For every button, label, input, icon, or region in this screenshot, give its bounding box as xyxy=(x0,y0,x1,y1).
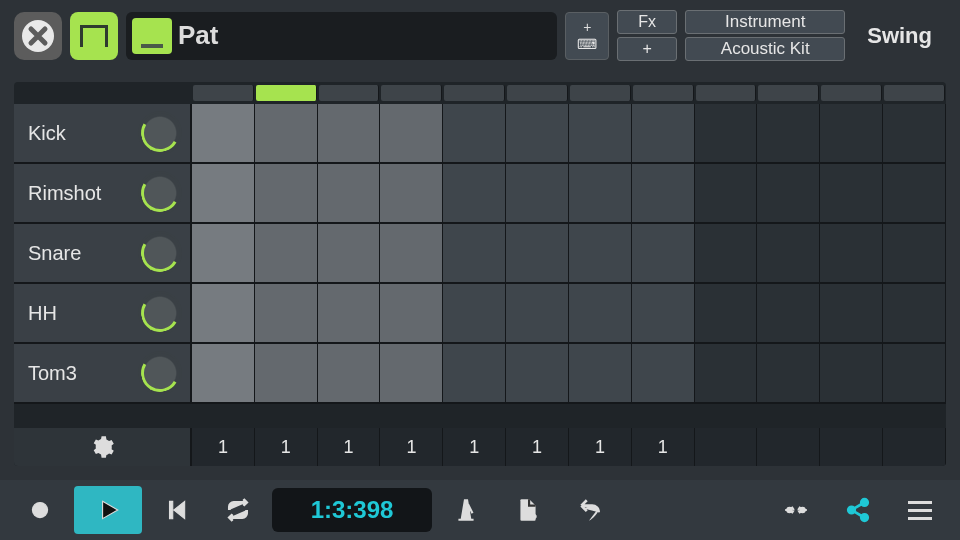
step-cell[interactable] xyxy=(820,164,883,222)
menu-button[interactable] xyxy=(892,486,948,534)
step-cell[interactable] xyxy=(757,224,820,282)
volume-knob[interactable] xyxy=(138,351,182,395)
track-header[interactable]: Tom3 xyxy=(14,344,192,402)
step-cell[interactable] xyxy=(695,104,758,162)
step-cell[interactable] xyxy=(443,344,506,402)
step-cell[interactable] xyxy=(632,344,695,402)
step-cell[interactable] xyxy=(192,344,255,402)
step-cell[interactable] xyxy=(506,284,569,342)
step-cell[interactable] xyxy=(255,284,318,342)
volume-knob[interactable] xyxy=(138,291,182,335)
step-cell[interactable] xyxy=(695,284,758,342)
step-cell[interactable] xyxy=(569,104,632,162)
step-cell[interactable] xyxy=(569,224,632,282)
ruler-cell[interactable] xyxy=(633,85,694,101)
step-cell[interactable] xyxy=(883,224,946,282)
step-cell[interactable] xyxy=(255,344,318,402)
pattern-name-field[interactable]: Pat xyxy=(126,12,557,60)
add-track-button[interactable] xyxy=(500,486,556,534)
step-cell[interactable] xyxy=(695,344,758,402)
share-button[interactable] xyxy=(830,486,886,534)
step-cell[interactable] xyxy=(506,164,569,222)
step-footer-cell[interactable] xyxy=(757,428,820,466)
step-cell[interactable] xyxy=(632,284,695,342)
ruler-cell[interactable] xyxy=(256,85,317,101)
step-cell[interactable] xyxy=(569,344,632,402)
step-cell[interactable] xyxy=(443,164,506,222)
fx-button[interactable]: Fx xyxy=(617,10,677,34)
track-settings-button[interactable] xyxy=(14,428,192,466)
step-cell[interactable] xyxy=(632,104,695,162)
step-footer-cell[interactable] xyxy=(883,428,946,466)
step-cell[interactable] xyxy=(883,344,946,402)
step-cell[interactable] xyxy=(695,224,758,282)
step-cell[interactable] xyxy=(318,284,381,342)
step-cell[interactable] xyxy=(380,344,443,402)
instrument-button[interactable]: Instrument xyxy=(685,10,845,34)
step-cell[interactable] xyxy=(443,284,506,342)
step-cell[interactable] xyxy=(318,164,381,222)
ruler-cell[interactable] xyxy=(444,85,505,101)
step-cell[interactable] xyxy=(192,104,255,162)
step-cell[interactable] xyxy=(820,344,883,402)
step-cell[interactable] xyxy=(255,104,318,162)
loop-button[interactable] xyxy=(210,486,266,534)
step-cell[interactable] xyxy=(443,224,506,282)
step-footer-cell[interactable]: 1 xyxy=(380,428,443,466)
step-cell[interactable] xyxy=(569,164,632,222)
step-footer-cell[interactable]: 1 xyxy=(506,428,569,466)
step-cell[interactable] xyxy=(820,224,883,282)
step-cell[interactable] xyxy=(192,224,255,282)
step-cell[interactable] xyxy=(883,164,946,222)
step-footer-cell[interactable]: 1 xyxy=(569,428,632,466)
step-cell[interactable] xyxy=(757,164,820,222)
keyboard-toggle-button[interactable]: + ⌨ xyxy=(565,12,609,60)
step-cell[interactable] xyxy=(569,284,632,342)
track-header[interactable]: Snare xyxy=(14,224,192,282)
step-cell[interactable] xyxy=(506,224,569,282)
step-footer-cell[interactable]: 1 xyxy=(192,428,255,466)
play-button[interactable] xyxy=(74,486,142,534)
step-cell[interactable] xyxy=(757,284,820,342)
fx-add-button[interactable]: + xyxy=(617,37,677,61)
step-cell[interactable] xyxy=(820,104,883,162)
rewind-button[interactable] xyxy=(148,486,204,534)
ruler-cell[interactable] xyxy=(507,85,568,101)
track-header[interactable]: HH xyxy=(14,284,192,342)
step-footer-cell[interactable]: 1 xyxy=(255,428,318,466)
step-cell[interactable] xyxy=(318,104,381,162)
step-cell[interactable] xyxy=(757,104,820,162)
ruler-cell[interactable] xyxy=(570,85,631,101)
step-cell[interactable] xyxy=(443,104,506,162)
step-cell[interactable] xyxy=(192,284,255,342)
volume-knob[interactable] xyxy=(138,231,182,275)
pattern-view-button[interactable] xyxy=(70,12,118,60)
undo-button[interactable] xyxy=(562,486,618,534)
ruler-cell[interactable] xyxy=(319,85,380,101)
step-cell[interactable] xyxy=(380,104,443,162)
ruler-cell[interactable] xyxy=(884,85,945,101)
step-footer-cell[interactable]: 1 xyxy=(443,428,506,466)
step-cell[interactable] xyxy=(318,344,381,402)
step-cell[interactable] xyxy=(255,224,318,282)
volume-knob[interactable] xyxy=(138,171,182,215)
step-cell[interactable] xyxy=(695,164,758,222)
step-cell[interactable] xyxy=(318,224,381,282)
track-header[interactable]: Kick xyxy=(14,104,192,162)
ruler-cell[interactable] xyxy=(758,85,819,101)
ruler-cell[interactable] xyxy=(696,85,757,101)
ruler-cell[interactable] xyxy=(821,85,882,101)
step-cell[interactable] xyxy=(632,164,695,222)
step-cell[interactable] xyxy=(632,224,695,282)
kit-button[interactable]: Acoustic Kit xyxy=(685,37,845,61)
step-footer-cell[interactable] xyxy=(695,428,758,466)
step-cell[interactable] xyxy=(820,284,883,342)
record-button[interactable] xyxy=(12,486,68,534)
step-cell[interactable] xyxy=(380,224,443,282)
step-cell[interactable] xyxy=(506,344,569,402)
step-cell[interactable] xyxy=(506,104,569,162)
marker-button[interactable] xyxy=(768,486,824,534)
track-header[interactable]: Rimshot xyxy=(14,164,192,222)
step-cell[interactable] xyxy=(380,164,443,222)
step-footer-cell[interactable] xyxy=(820,428,883,466)
